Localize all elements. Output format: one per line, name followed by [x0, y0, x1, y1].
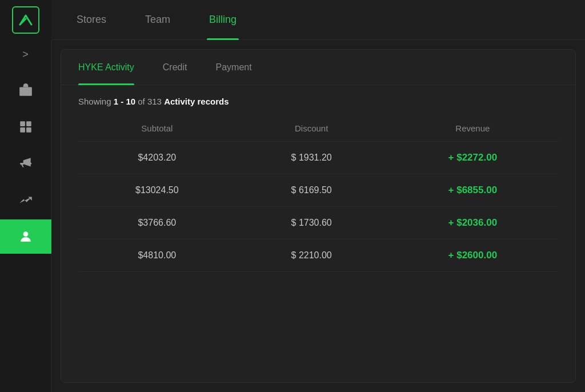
sub-tab-credit[interactable]: Credit: [163, 50, 187, 85]
records-info: Showing 1 - 10 of 313 Activity records: [78, 97, 558, 106]
activity-table: Subtotal Discount Revenue $4203.20 $ 193…: [78, 118, 558, 272]
table-area: Showing 1 - 10 of 313 Activity records S…: [61, 85, 575, 382]
sidebar-item-stores[interactable]: [0, 73, 51, 107]
tab-stores[interactable]: Stores: [74, 0, 109, 40]
table-row: $4810.00 $ 2210.00 + $2600.00: [78, 239, 558, 272]
sidebar: >: [0, 0, 51, 392]
cell-revenue: + $2272.00: [387, 142, 558, 174]
tab-billing[interactable]: Billing: [207, 0, 239, 40]
cell-subtotal: $13024.50: [78, 174, 236, 207]
svg-rect-4: [26, 121, 31, 126]
content-panel: HYKE Activity Credit Payment Showing 1 -…: [61, 49, 576, 383]
sub-nav-tabs: HYKE Activity Credit Payment: [61, 50, 575, 85]
table-row: $3766.60 $ 1730.60 + $2036.00: [78, 207, 558, 239]
megaphone-icon: [18, 156, 33, 171]
sub-tab-payment[interactable]: Payment: [216, 50, 252, 85]
trending-icon: [18, 193, 33, 207]
cell-subtotal: $3766.60: [78, 207, 236, 239]
svg-rect-3: [20, 121, 25, 126]
cell-revenue: + $6855.00: [387, 174, 558, 207]
sidebar-item-account[interactable]: [0, 219, 51, 254]
col-subtotal: Subtotal: [78, 118, 236, 142]
chevron-right-icon: >: [22, 49, 29, 61]
col-discount: Discount: [236, 118, 387, 142]
logo-area: [0, 0, 51, 40]
table-header-row: Subtotal Discount Revenue: [78, 118, 558, 142]
svg-point-7: [30, 162, 31, 164]
grid-icon: [18, 119, 33, 134]
store-icon: [18, 83, 33, 98]
table-row: $4203.20 $ 1931.20 + $2272.00: [78, 142, 558, 174]
cell-discount: $ 1730.60: [236, 207, 387, 239]
svg-point-8: [23, 231, 28, 237]
logo-box: [12, 6, 39, 34]
cell-discount: $ 6169.50: [236, 174, 387, 207]
person-icon: [18, 229, 33, 244]
svg-rect-0: [19, 87, 32, 96]
sidebar-toggle[interactable]: >: [0, 40, 51, 69]
tab-team[interactable]: Team: [143, 0, 173, 40]
sidebar-item-analytics[interactable]: [0, 183, 51, 217]
top-nav-tabs: Stores Team Billing: [51, 0, 585, 40]
sidebar-item-dashboard[interactable]: [0, 110, 51, 144]
table-row: $13024.50 $ 6169.50 + $6855.00: [78, 174, 558, 207]
svg-rect-5: [20, 127, 25, 133]
cell-subtotal: $4203.20: [78, 142, 236, 174]
logo-icon: [18, 12, 34, 28]
cell-subtotal: $4810.00: [78, 239, 236, 272]
svg-rect-6: [26, 127, 31, 133]
sub-tab-hyke-activity[interactable]: HYKE Activity: [78, 50, 134, 85]
main-content: Stores Team Billing HYKE Activity Credit…: [51, 0, 585, 392]
cell-discount: $ 1931.20: [236, 142, 387, 174]
cell-revenue: + $2600.00: [387, 239, 558, 272]
sidebar-nav: [0, 73, 51, 392]
cell-revenue: + $2036.00: [387, 207, 558, 239]
cell-discount: $ 2210.00: [236, 239, 387, 272]
sidebar-item-campaigns[interactable]: [0, 146, 51, 181]
col-revenue: Revenue: [387, 118, 558, 142]
